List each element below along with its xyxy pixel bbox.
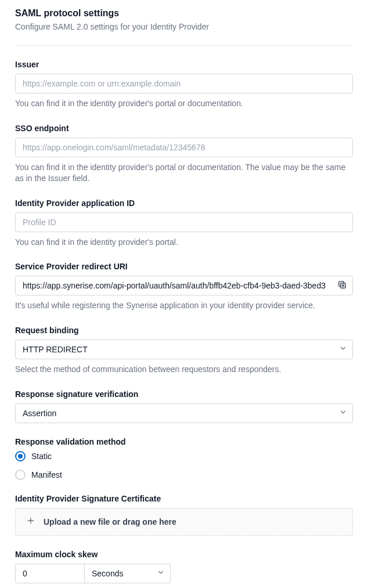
idp-app-id-helper: You can find it in the identity provider…	[15, 237, 353, 248]
request-binding-field-group: Request binding HTTP REDIRECT Select the…	[15, 326, 353, 376]
sp-redirect-uri-helper: It's useful while registering the Syneri…	[15, 300, 353, 312]
clock-skew-input[interactable]	[15, 564, 85, 583]
clock-skew-field-group: Maximum clock skew Seconds	[15, 550, 353, 583]
radio-indicator-icon	[15, 451, 26, 461]
idp-cert-field-group: Identity Provider Signature Certificate …	[15, 494, 353, 536]
sso-endpoint-field-group: SSO endpoint You can find it in the iden…	[15, 124, 353, 185]
copy-button[interactable]	[334, 278, 349, 293]
dropzone-text: Upload a new file or drag one here	[44, 517, 176, 526]
sso-endpoint-input[interactable]	[15, 138, 353, 157]
issuer-label: Issuer	[15, 60, 353, 69]
request-binding-helper: Select the method of communication betwe…	[15, 364, 353, 376]
radio-manifest-label: Manifest	[31, 470, 62, 479]
response-sig-verify-field-group: Response signature verification Assertio…	[15, 389, 353, 423]
idp-app-id-label: Identity Provider application ID	[15, 199, 353, 208]
response-sig-verify-select[interactable]: Assertion	[15, 403, 353, 423]
idp-cert-label: Identity Provider Signature Certificate	[15, 494, 353, 503]
response-validation-label: Response validation method	[15, 437, 353, 446]
request-binding-select[interactable]: HTTP REDIRECT	[15, 340, 353, 359]
sp-redirect-uri-field-group: Service Provider redirect URI It's usefu…	[15, 262, 353, 312]
page-subtitle: Configure SAML 2.0 settings for your Ide…	[15, 22, 353, 31]
copy-icon	[337, 280, 347, 291]
sso-endpoint-helper: You can find it in the identity provider…	[15, 162, 353, 185]
radio-manifest[interactable]: Manifest	[15, 470, 353, 480]
clock-skew-unit-select[interactable]: Seconds	[85, 564, 171, 583]
response-validation-field-group: Response validation method Static Manife…	[15, 437, 353, 480]
issuer-helper: You can find it in the identity provider…	[15, 98, 353, 110]
plus-icon	[26, 516, 35, 528]
issuer-input[interactable]	[15, 74, 353, 93]
response-sig-verify-label: Response signature verification	[15, 389, 353, 399]
sp-redirect-uri-input[interactable]	[15, 276, 353, 295]
upload-dropzone[interactable]: Upload a new file or drag one here	[15, 508, 353, 536]
request-binding-label: Request binding	[15, 326, 353, 335]
sso-endpoint-label: SSO endpoint	[15, 124, 353, 133]
sp-redirect-uri-label: Service Provider redirect URI	[15, 262, 353, 271]
radio-static[interactable]: Static	[15, 451, 353, 461]
radio-indicator-icon	[15, 470, 26, 480]
idp-app-id-input[interactable]	[15, 212, 353, 232]
issuer-field-group: Issuer You can find it in the identity p…	[15, 60, 353, 110]
clock-skew-label: Maximum clock skew	[15, 550, 353, 559]
section-divider	[15, 45, 353, 46]
radio-static-label: Static	[31, 452, 52, 461]
idp-app-id-field-group: Identity Provider application ID You can…	[15, 199, 353, 248]
page-title: SAML protocol settings	[15, 8, 353, 19]
